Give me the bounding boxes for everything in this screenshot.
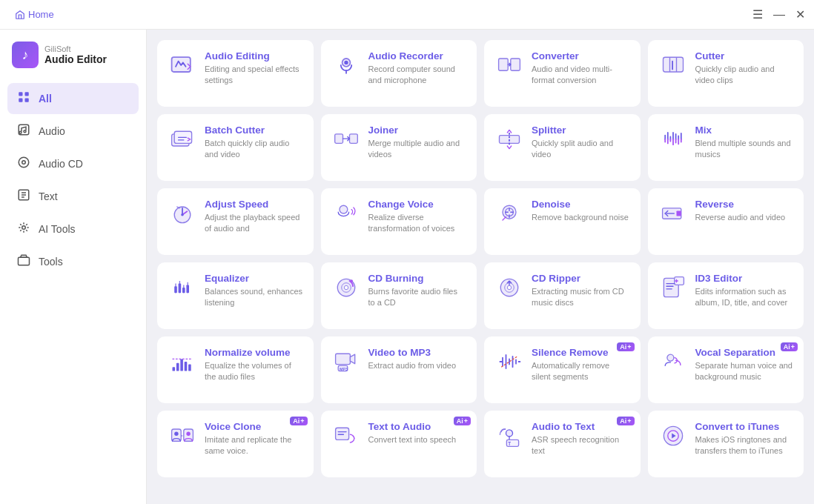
sidebar-item-tools[interactable]: Tools xyxy=(7,246,139,277)
logo-icon: ♪ xyxy=(12,42,39,68)
audio-editing-text: Audio Editing Editing and special effect… xyxy=(205,50,303,87)
joiner-text: Joiner Merge multiple audio and videos xyxy=(368,125,467,161)
mix-title: Mix xyxy=(695,125,794,136)
card-cd-burning[interactable]: CD Burning Burns favorite audio files to… xyxy=(321,262,477,329)
batch-cutter-text: Batch Cutter Batch quickly clip audio an… xyxy=(205,125,303,161)
titlebar-nav: Home xyxy=(15,9,54,20)
ai-tools-icon xyxy=(16,221,31,237)
sidebar-label-tools: Tools xyxy=(39,256,63,268)
card-batch-cutter[interactable]: Batch Cutter Batch quickly clip audio an… xyxy=(157,114,314,181)
svg-rect-22 xyxy=(334,134,343,144)
mix-text: Mix Blend multiple sounds and musics xyxy=(695,125,794,161)
cd-burning-icon xyxy=(331,273,361,302)
card-voice-clone[interactable]: Ai Voice Clone Imitate and replicate the xyxy=(157,411,314,477)
tools-icon xyxy=(16,253,31,270)
card-denoise[interactable]: Denoise Remove background noise xyxy=(484,188,641,255)
svg-point-43 xyxy=(344,285,348,289)
card-vocal-separation[interactable]: Ai Vocal Separation Separate human voice… xyxy=(648,336,804,403)
cutter-text: Cutter Quickly clip audio and video clip… xyxy=(695,50,794,87)
brand-name: GiliSoft xyxy=(44,44,107,53)
sidebar-item-audio-cd[interactable]: Audio CD xyxy=(7,148,139,179)
text-to-audio-icon xyxy=(331,421,361,451)
card-id3-editor[interactable]: ID3 Editor Edits information such as alb… xyxy=(648,262,804,329)
vocal-separation-text: Vocal Separation Separate human voice an… xyxy=(695,347,794,383)
card-cutter[interactable]: Cutter Quickly clip audio and video clip… xyxy=(648,40,804,107)
card-equalizer[interactable]: Equalizer Balances sound, enhances liste… xyxy=(157,262,314,329)
card-audio-recorder[interactable]: Audio Recorder Record computer sound and… xyxy=(321,40,477,107)
close-icon[interactable]: ✕ xyxy=(795,7,805,21)
card-adjust-speed[interactable]: Adjust Speed Adjust the playback speed o… xyxy=(157,188,314,255)
menu-icon[interactable]: ☰ xyxy=(752,7,763,21)
card-audio-to-text[interactable]: Ai T Audio to Text ASR speech recognitio… xyxy=(484,411,641,477)
vocal-separation-icon xyxy=(658,347,688,377)
id3-editor-icon xyxy=(658,273,688,302)
change-voice-desc: Realize diverse transformation of voices xyxy=(368,212,467,235)
all-icon xyxy=(16,90,31,107)
ai-badge-text-to-audio: Ai xyxy=(454,417,471,425)
vocal-separation-desc: Separate human voice and background musi… xyxy=(695,360,794,383)
card-change-voice[interactable]: Change Voice Realize diverse transformat… xyxy=(321,188,477,255)
card-video-to-mp3[interactable]: MP3 Video to MP3 Extract audio from vide… xyxy=(321,336,477,403)
svg-point-44 xyxy=(350,279,353,282)
app-body: ♪ GiliSoft Audio Editor All Audio xyxy=(0,30,814,504)
svg-point-6 xyxy=(24,130,26,133)
card-joiner[interactable]: Joiner Merge multiple audio and videos xyxy=(321,114,477,181)
card-converter[interactable]: Converter Audio and video multi-format c… xyxy=(484,40,641,107)
id3-editor-text: ID3 Editor Edits information such as alb… xyxy=(695,273,794,309)
change-voice-icon xyxy=(331,199,361,228)
video-to-mp3-desc: Extract audio from video xyxy=(368,360,467,371)
convert-to-itunes-icon xyxy=(658,421,688,451)
denoise-desc: Remove background noise xyxy=(532,212,630,223)
sidebar-nav: All Audio Audio CD Text xyxy=(0,83,146,277)
vocal-separation-title: Vocal Separation xyxy=(695,347,794,358)
denoise-text: Denoise Remove background noise xyxy=(532,199,630,223)
minimize-icon[interactable]: — xyxy=(773,8,785,21)
id3-editor-desc: Edits information such as album, ID, tit… xyxy=(695,286,794,309)
svg-rect-52 xyxy=(180,359,183,371)
audio-to-text-desc: ASR speech recognition text xyxy=(532,434,630,457)
denoise-title: Denoise xyxy=(532,199,630,210)
voice-clone-title: Voice Clone xyxy=(205,421,303,432)
card-splitter[interactable]: Splitter Quickly split audio and video xyxy=(484,114,641,181)
app-name: Audio Editor xyxy=(44,53,107,65)
normalize-volume-title: Normalize volume xyxy=(205,347,303,358)
reverse-desc: Reverse audio and video xyxy=(695,212,794,223)
voice-clone-text: Voice Clone Imitate and replicate the sa… xyxy=(205,421,303,457)
svg-rect-39 xyxy=(182,288,185,293)
card-text-to-audio[interactable]: Ai Text to Audio Convert text into speec… xyxy=(321,411,477,477)
svg-rect-54 xyxy=(188,365,191,371)
card-mix[interactable]: Mix Blend multiple sounds and musics xyxy=(648,114,804,181)
sidebar-item-audio[interactable]: Audio xyxy=(7,116,139,147)
svg-point-27 xyxy=(181,213,184,216)
batch-cutter-icon xyxy=(168,125,197,154)
cd-ripper-icon xyxy=(494,273,524,302)
audio-recorder-text: Audio Recorder Record computer sound and… xyxy=(368,50,467,87)
svg-point-61 xyxy=(174,432,178,436)
equalizer-icon xyxy=(168,273,197,302)
silence-remove-desc: Automatically remove silent segments xyxy=(532,360,630,383)
card-cd-ripper[interactable]: CD Ripper Extracting music from CD music… xyxy=(484,262,641,329)
svg-point-7 xyxy=(19,157,29,168)
card-silence-remove[interactable]: Ai Silence Remove Automatically remove s… xyxy=(484,336,641,403)
splitter-title: Splitter xyxy=(532,125,630,136)
card-audio-editing[interactable]: Audio Editing Editing and special effect… xyxy=(157,40,314,107)
id3-editor-title: ID3 Editor xyxy=(695,273,794,284)
sidebar-item-text[interactable]: Text xyxy=(7,181,139,212)
cutter-icon xyxy=(658,50,688,80)
card-normalize-volume[interactable]: Normalize volume Equalize the volumes of… xyxy=(157,336,314,403)
audio-to-text-title: Audio to Text xyxy=(532,421,630,432)
sidebar-item-all[interactable]: All xyxy=(7,83,139,114)
sidebar-item-ai-tools[interactable]: AI Tools xyxy=(7,213,139,245)
converter-text: Converter Audio and video multi-format c… xyxy=(532,50,630,87)
cd-burning-title: CD Burning xyxy=(368,273,467,284)
svg-point-59 xyxy=(666,354,673,361)
equalizer-desc: Balances sound, enhances listening xyxy=(205,286,303,309)
home-button[interactable]: Home xyxy=(15,9,54,20)
card-convert-to-itunes[interactable]: Convert to iTunes Makes iOS ringtones an… xyxy=(648,411,804,477)
splitter-desc: Quickly split audio and video xyxy=(532,138,630,161)
voice-clone-icon xyxy=(168,421,197,451)
sidebar-label-all: All xyxy=(39,93,52,105)
batch-cutter-title: Batch Cutter xyxy=(205,125,303,136)
home-icon xyxy=(15,10,25,20)
card-reverse[interactable]: Reverse Reverse audio and video xyxy=(648,188,804,255)
